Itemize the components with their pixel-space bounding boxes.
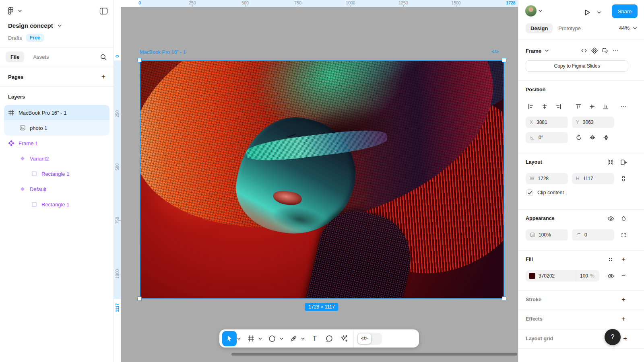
breadcrumb-drafts[interactable]: Drafts xyxy=(8,35,22,41)
dev-mode-toggle[interactable]: </> xyxy=(357,333,382,345)
independent-corners-button[interactable] xyxy=(618,230,629,240)
align-top-button[interactable] xyxy=(572,101,585,112)
add-page-button[interactable]: + xyxy=(98,72,109,82)
dev-mode-knob: </> xyxy=(358,333,371,344)
add-auto-layout-button[interactable] xyxy=(618,157,629,167)
x-position-field[interactable]: X 3881 xyxy=(526,117,568,128)
move-tool-button[interactable] xyxy=(222,331,237,346)
selection-group: MacBook Pro 16" - 1 photo 1 xyxy=(4,105,109,136)
frame-tool-chevron-icon[interactable] xyxy=(258,337,262,340)
canvas[interactable]: 0 250 500 750 1000 1250 1500 1728 0 250 … xyxy=(114,0,518,362)
layer-row-photo[interactable]: photo 1 xyxy=(4,120,109,136)
tab-prototype[interactable]: Prototype xyxy=(558,25,581,31)
move-tool-chevron-icon[interactable] xyxy=(237,337,241,340)
fill-opacity-field[interactable]: 100 % xyxy=(576,270,599,282)
share-button[interactable]: Share xyxy=(612,4,638,18)
help-button[interactable]: ? xyxy=(605,329,621,345)
user-avatar[interactable] xyxy=(525,5,537,16)
selected-frame[interactable] xyxy=(140,60,504,299)
pen-tool-button[interactable] xyxy=(286,331,301,346)
blend-mode-button[interactable] xyxy=(618,213,629,224)
flip-vertical-button[interactable] xyxy=(599,132,613,143)
tab-design[interactable]: Design xyxy=(526,23,553,33)
ruler-label: 0 xyxy=(138,0,141,5)
copy-to-slides-button[interactable]: Copy to Figma Slides xyxy=(526,60,628,72)
fill-styles-button[interactable] xyxy=(605,254,616,265)
shape-tool-chevron-icon[interactable] xyxy=(280,337,283,340)
chevron-down-icon[interactable] xyxy=(18,10,22,12)
photo-1-image[interactable] xyxy=(140,61,504,298)
divider xyxy=(0,86,114,87)
instance-swap-button[interactable] xyxy=(600,45,610,56)
zoom-control[interactable]: 44% xyxy=(619,25,637,31)
more-options-button[interactable]: ⋯ xyxy=(610,45,621,56)
layer-row-macbook-frame[interactable]: MacBook Pro 16" - 1 xyxy=(4,105,109,120)
align-right-button[interactable] xyxy=(551,101,565,112)
layer-row-variant2[interactable]: Variant2 xyxy=(4,151,109,166)
component-icon xyxy=(8,140,14,146)
pen-tool-chevron-icon[interactable] xyxy=(301,337,305,340)
align-bottom-button[interactable] xyxy=(599,101,613,112)
rotate-button[interactable] xyxy=(572,132,586,143)
create-component-button[interactable] xyxy=(589,45,600,56)
corner-radius-field[interactable]: 0 xyxy=(572,229,614,241)
fill-hex-value[interactable]: 370202 xyxy=(539,273,555,279)
selection-type-label[interactable]: Frame xyxy=(526,48,541,54)
align-horizontal-center-button[interactable] xyxy=(538,101,551,112)
fill-color-swatch[interactable] xyxy=(529,273,535,279)
resize-to-fit-button[interactable] xyxy=(605,157,616,167)
frame-chevron-icon[interactable] xyxy=(545,49,549,52)
rotation-field[interactable]: 0° xyxy=(526,132,568,143)
account-chevron-icon[interactable] xyxy=(539,10,542,12)
figma-logo-menu[interactable] xyxy=(6,6,16,16)
view-code-chip[interactable]: </> xyxy=(491,49,499,54)
collapse-panel-button[interactable] xyxy=(98,6,109,16)
file-menu-chevron-icon[interactable] xyxy=(58,25,62,27)
layer-row-frame1[interactable]: Frame 1 xyxy=(4,136,109,151)
layer-row-rectangle1[interactable]: Rectangle 1 xyxy=(4,166,109,181)
clip-content-checkbox[interactable] xyxy=(526,189,533,196)
sparkle-icon xyxy=(340,335,348,342)
align-v-center-icon xyxy=(589,103,595,110)
actions-tool-button[interactable] xyxy=(336,331,351,346)
vertical-ruler[interactable]: 0 250 500 750 1000 1117 xyxy=(114,7,121,362)
selection-handle-top-right[interactable] xyxy=(502,58,506,62)
present-button[interactable] xyxy=(582,7,592,18)
opacity-field[interactable]: 100% xyxy=(526,229,568,241)
frame-title-label[interactable]: MacBook Pro 16" - 1 xyxy=(140,49,186,55)
horizontal-ruler[interactable]: 0 250 500 750 1000 1250 1500 1728 xyxy=(114,0,518,7)
zoom-level: 44% xyxy=(619,25,630,31)
opacity-icon xyxy=(530,232,535,238)
width-field[interactable]: W 1728 xyxy=(526,173,568,184)
comment-tool-button[interactable] xyxy=(322,331,336,346)
remove-fill-button[interactable]: − xyxy=(618,271,629,281)
tab-file[interactable]: File xyxy=(6,51,24,62)
tab-assets[interactable]: Assets xyxy=(33,54,49,60)
layer-row-default[interactable]: Default xyxy=(4,181,109,197)
constrain-proportions-button[interactable] xyxy=(618,173,629,184)
layer-row-rectangle1b[interactable]: Rectangle 1 xyxy=(4,197,109,212)
selection-handle-bottom-right[interactable] xyxy=(502,296,506,301)
y-position-field[interactable]: Y 3063 xyxy=(572,117,614,128)
fill-visibility-button[interactable] xyxy=(605,271,616,281)
shape-tool-button[interactable] xyxy=(265,331,279,346)
add-layout-grid-button[interactable]: + xyxy=(620,333,630,344)
position-more-button[interactable]: ⋯ xyxy=(618,101,629,112)
text-tool-button[interactable]: T xyxy=(308,331,322,346)
appearance-visibility-button[interactable] xyxy=(605,213,616,224)
align-left-button[interactable] xyxy=(524,101,538,112)
present-chevron-icon[interactable] xyxy=(597,11,601,14)
selection-handle-top-left[interactable] xyxy=(137,58,142,62)
add-fill-button[interactable]: + xyxy=(618,254,629,265)
horizontal-scrollbar[interactable] xyxy=(231,353,517,356)
selection-handle-bottom-left[interactable] xyxy=(137,296,142,301)
align-vertical-center-button[interactable] xyxy=(585,101,599,112)
dev-code-button[interactable] xyxy=(579,45,589,56)
height-field[interactable]: H 1117 xyxy=(572,173,614,184)
flip-horizontal-button[interactable] xyxy=(586,132,599,143)
file-name[interactable]: Design concept xyxy=(8,22,53,29)
add-effect-button[interactable]: + xyxy=(618,314,629,324)
search-button[interactable] xyxy=(98,52,109,62)
add-stroke-button[interactable]: + xyxy=(618,294,629,305)
frame-tool-button[interactable] xyxy=(244,331,258,346)
